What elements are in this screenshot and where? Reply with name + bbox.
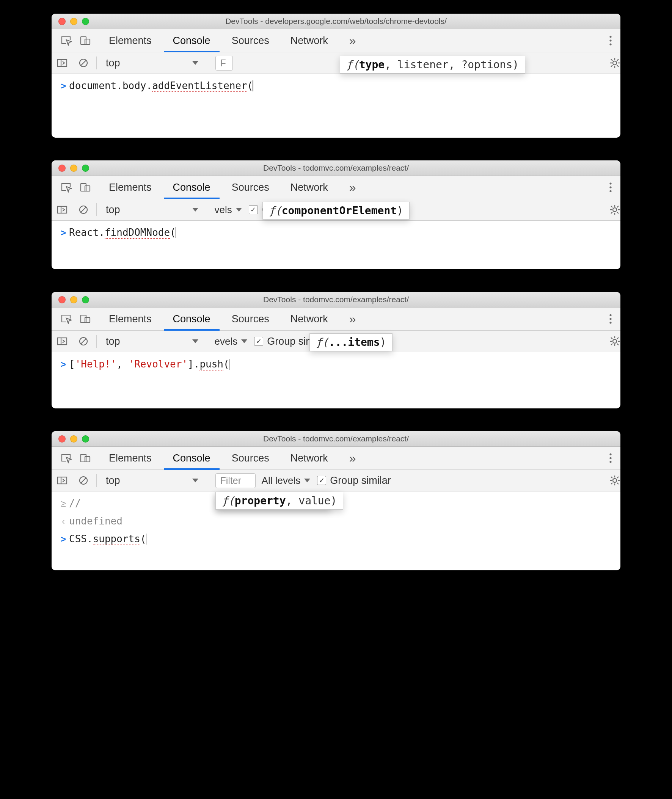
console-toolbar: top F r: [51, 52, 621, 74]
group-similar-toggle[interactable]: ✓ Group similar: [310, 475, 391, 487]
tabs-overflow-button[interactable]: »: [339, 176, 367, 199]
execution-context-dropdown[interactable]: top: [99, 475, 204, 487]
execution-context-dropdown[interactable]: top: [99, 204, 204, 216]
minimize-window-button[interactable]: [70, 165, 77, 172]
tab-network[interactable]: Network: [280, 176, 339, 199]
console-settings-button[interactable]: [603, 57, 621, 69]
device-toolbar-button[interactable]: [80, 453, 91, 463]
window-titlebar[interactable]: DevTools - todomvc.com/examples/react/: [51, 292, 621, 308]
code-token: addEventListener: [152, 80, 247, 92]
tab-list: Elements Console Sources Network: [98, 29, 339, 52]
console-settings-button[interactable]: [603, 204, 621, 216]
zoom-window-button[interactable]: [82, 435, 89, 443]
console-body[interactable]: ƒ(type, listener, ?options) > document.b…: [51, 74, 621, 137]
log-levels-dropdown[interactable]: evels: [209, 336, 248, 347]
tab-sources[interactable]: Sources: [221, 447, 280, 470]
tab-console[interactable]: Console: [162, 447, 221, 470]
tab-console[interactable]: Console: [162, 308, 221, 330]
devtools-window: DevTools - todomvc.com/examples/react/ E…: [51, 431, 621, 570]
device-toolbar-button[interactable]: [80, 313, 91, 324]
console-line[interactable]: ‹ undefined: [51, 512, 621, 530]
hint-segment: ): [397, 205, 403, 217]
execution-context-dropdown[interactable]: top: [99, 57, 204, 69]
tab-list: Elements Console Sources Network: [98, 447, 339, 470]
inspect-element-button[interactable]: [61, 182, 72, 193]
code-text[interactable]: //: [69, 497, 81, 509]
tab-sources[interactable]: Sources: [221, 29, 280, 52]
tabs-overflow-button[interactable]: »: [339, 308, 367, 330]
devtools-menu-button[interactable]: [602, 447, 621, 470]
console-sidebar-icon: [57, 58, 67, 67]
console-line[interactable]: > CSS.supports(: [51, 530, 621, 548]
console-body[interactable]: ƒ(conditionText)ƒ(property, value) ≥ // …: [51, 491, 621, 570]
code-text[interactable]: ['Help!', 'Revolver'].push(: [69, 358, 229, 370]
tabs-overflow-button[interactable]: »: [339, 29, 367, 52]
zoom-window-button[interactable]: [82, 18, 89, 25]
close-window-button[interactable]: [58, 296, 66, 304]
code-text[interactable]: document.body.addEventListener(: [69, 80, 253, 91]
filter-input[interactable]: F: [215, 56, 233, 70]
inspect-element-button[interactable]: [61, 453, 72, 463]
tab-console[interactable]: Console: [162, 176, 221, 199]
clear-console-button[interactable]: [73, 205, 94, 215]
console-body[interactable]: ƒ(...items) > ['Help!', 'Revolver'].push…: [51, 352, 621, 408]
toggle-console-sidebar-button[interactable]: [51, 476, 73, 485]
devtools-tabs: Elements Console Sources Network »: [51, 308, 621, 331]
minimize-window-button[interactable]: [70, 435, 77, 443]
inspect-element-button[interactable]: [61, 35, 72, 46]
console-line[interactable]: > document.body.addEventListener(: [51, 77, 621, 94]
code-token: (: [223, 358, 229, 370]
toggle-console-sidebar-button[interactable]: [51, 337, 73, 346]
svg-line-44: [81, 339, 86, 344]
devtools-menu-button[interactable]: [602, 308, 621, 330]
device-toolbar-button[interactable]: [80, 182, 91, 193]
tab-console[interactable]: Console: [162, 29, 221, 52]
tab-elements[interactable]: Elements: [98, 176, 162, 199]
log-levels-dropdown[interactable]: vels: [209, 204, 242, 216]
window-titlebar[interactable]: DevTools - todomvc.com/examples/react/: [51, 431, 621, 447]
close-window-button[interactable]: [58, 165, 66, 172]
devtools-menu-button[interactable]: [602, 176, 621, 199]
devtools-menu-button[interactable]: [602, 29, 621, 52]
device-toolbar-button[interactable]: [80, 35, 91, 46]
checkbox-icon: ✓: [249, 205, 258, 214]
code-text[interactable]: undefined: [69, 515, 123, 527]
console-settings-button[interactable]: [603, 475, 621, 486]
toggle-console-sidebar-button[interactable]: [51, 205, 73, 214]
close-window-button[interactable]: [58, 435, 66, 443]
svg-rect-59: [58, 477, 67, 484]
tab-network[interactable]: Network: [280, 29, 339, 52]
close-window-button[interactable]: [58, 18, 66, 25]
execution-context-dropdown[interactable]: top: [99, 336, 204, 347]
console-settings-button[interactable]: [603, 336, 621, 347]
tabs-overflow-button[interactable]: »: [339, 447, 367, 470]
zoom-window-button[interactable]: [82, 296, 89, 304]
window-titlebar[interactable]: DevTools - todomvc.com/examples/react/: [51, 160, 621, 176]
zoom-window-button[interactable]: [82, 165, 89, 172]
tab-list: Elements Console Sources Network: [98, 308, 339, 330]
minimize-window-button[interactable]: [70, 18, 77, 25]
gear-icon: [609, 57, 621, 69]
console-line[interactable]: > ['Help!', 'Revolver'].push(: [51, 355, 621, 373]
console-body[interactable]: ƒ(componentOrElement) > React.findDOMNod…: [51, 221, 621, 269]
tab-sources[interactable]: Sources: [221, 308, 280, 330]
log-levels-dropdown[interactable]: All levels: [256, 475, 310, 487]
tab-network[interactable]: Network: [280, 447, 339, 470]
clear-console-button[interactable]: [73, 336, 94, 347]
tab-sources[interactable]: Sources: [221, 176, 280, 199]
inspect-element-button[interactable]: [61, 313, 72, 324]
tab-elements[interactable]: Elements: [98, 29, 162, 52]
code-text[interactable]: React.findDOMNode(: [69, 227, 176, 238]
tab-elements[interactable]: Elements: [98, 308, 162, 330]
svg-line-69: [617, 483, 619, 484]
code-text[interactable]: CSS.supports(: [69, 533, 146, 545]
filter-input[interactable]: Filter: [215, 473, 256, 488]
clear-console-button[interactable]: [73, 475, 94, 486]
console-line[interactable]: > React.findDOMNode(: [51, 224, 621, 241]
tab-elements[interactable]: Elements: [98, 447, 162, 470]
window-titlebar[interactable]: DevTools - developers.google.com/web/too…: [51, 14, 621, 29]
toggle-console-sidebar-button[interactable]: [51, 58, 73, 67]
clear-console-button[interactable]: [73, 58, 94, 68]
minimize-window-button[interactable]: [70, 296, 77, 304]
tab-network[interactable]: Network: [280, 308, 339, 330]
